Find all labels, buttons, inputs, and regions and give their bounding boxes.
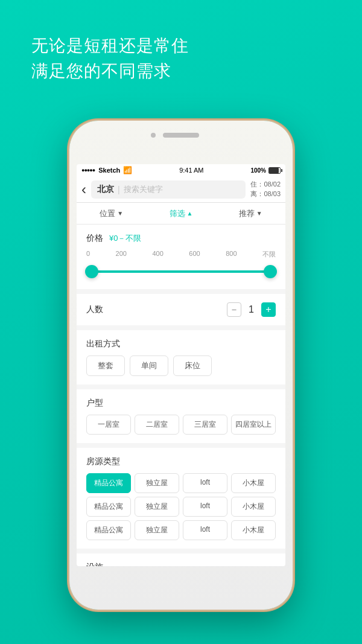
rental-type-btn-group: 整套 单间 床位: [86, 355, 276, 376]
scale-max: 不限: [262, 250, 276, 259]
filter-recommend-arrow: ▼: [256, 210, 262, 217]
people-section: 人数 － 1 +: [77, 294, 285, 325]
slider-track: [86, 270, 276, 273]
room-type-option-1[interactable]: 二居室: [135, 415, 179, 435]
filter-recommend-label: 推荐: [239, 208, 255, 219]
filter-location-label: 位置: [100, 208, 115, 219]
status-time: 9:41 AM: [179, 167, 203, 174]
checkout-label: 离：08/03: [250, 190, 281, 199]
room-type-option-3[interactable]: 四居室以上: [231, 415, 276, 435]
price-label: 价格: [86, 233, 103, 244]
search-bar: ‹ 北京 | 搜索关键字 住：08/02 离：08/03: [77, 176, 285, 203]
phone-camera: [151, 133, 156, 138]
signal-dots: ●●●●●: [81, 167, 95, 173]
people-row: 人数 － 1 +: [86, 302, 276, 317]
back-button[interactable]: ‹: [81, 181, 86, 198]
room-source-label: 房源类型: [86, 456, 270, 467]
count-controls: － 1 +: [227, 302, 276, 317]
room-type-btn-group: 一居室 二居室 三居室 四居室以上: [86, 415, 276, 435]
scale-200: 200: [116, 250, 127, 259]
status-right: 100%: [250, 167, 281, 174]
scale-800: 800: [226, 250, 237, 259]
room-type-section: 户型 一居室 二居室 三居室 四居室以上: [77, 389, 285, 443]
main-content: 价格 ¥0－不限 0 200 400 600 800 不限: [77, 225, 285, 566]
rental-option-2[interactable]: 床位: [173, 355, 212, 376]
room-source-btn-0-0[interactable]: 精品公寓: [86, 473, 131, 493]
price-section: 价格 ¥0－不限 0 200 400 600 800 不限: [77, 225, 285, 289]
scale-0: 0: [86, 250, 90, 259]
price-header: 价格 ¥0－不限: [86, 233, 276, 244]
filter-location[interactable]: 位置 ▼: [100, 208, 123, 219]
battery-percent: 100%: [250, 167, 266, 174]
room-source-btn-1-0[interactable]: 精品公寓: [86, 497, 131, 517]
facilities-label: 设施: [86, 562, 276, 566]
filter-bar: 位置 ▼ 筛选 ▲ 推荐 ▼: [77, 203, 285, 225]
checkin-label: 住：08/02: [250, 180, 281, 189]
scale-600: 600: [189, 250, 200, 259]
search-city: 北京: [97, 184, 114, 195]
status-left: ●●●●● Sketch 📶: [81, 166, 132, 174]
room-source-btn-0-2[interactable]: loft: [183, 473, 227, 493]
minus-button[interactable]: －: [227, 302, 241, 317]
filter-screen[interactable]: 筛选 ▲: [170, 208, 193, 219]
plus-button[interactable]: +: [261, 302, 276, 317]
room-source-btn-1-3[interactable]: 小木屋: [231, 497, 276, 517]
room-type-option-0[interactable]: 一居室: [86, 415, 131, 435]
wifi-icon: 📶: [123, 166, 132, 174]
rental-option-0[interactable]: 整套: [86, 355, 125, 376]
phone-shell: ●●●●● Sketch 📶 9:41 AM 100% ‹ 北京 | 搜索关键字…: [69, 121, 293, 610]
count-value: 1: [249, 304, 254, 315]
room-source-btn-0-3[interactable]: 小木屋: [231, 473, 276, 493]
headline-line2: 满足您的不同需求: [31, 59, 189, 84]
phone-screen: ●●●●● Sketch 📶 9:41 AM 100% ‹ 北京 | 搜索关键字…: [77, 164, 285, 566]
battery-fill: [269, 168, 279, 173]
room-source-btn-1-1[interactable]: 独立屋: [135, 497, 179, 517]
slider-thumb-left[interactable]: [85, 265, 98, 278]
room-source-btn-2-3[interactable]: 小木屋: [231, 520, 276, 540]
filter-location-arrow: ▼: [117, 210, 123, 217]
battery-icon: [268, 167, 281, 174]
filter-screen-label: 筛选: [170, 208, 185, 219]
headline-text: 无论是短租还是常住 满足您的不同需求: [31, 33, 189, 84]
room-source-btn-2-0[interactable]: 精品公寓: [86, 520, 131, 540]
slider-thumb-right[interactable]: [264, 265, 277, 278]
search-placeholder: 搜索关键字: [124, 184, 163, 195]
rental-type-section: 出租方式 整套 单间 床位: [77, 330, 285, 384]
search-divider: |: [118, 185, 120, 194]
room-source-btn-1-2[interactable]: loft: [183, 497, 227, 517]
filter-recommend[interactable]: 推荐 ▼: [239, 208, 262, 219]
carrier-label: Sketch: [98, 167, 120, 174]
room-source-btn-0-1[interactable]: 独立屋: [135, 473, 179, 493]
room-source-btn-2-1[interactable]: 独立屋: [135, 520, 179, 540]
room-source-row-3: 精品公寓 独立屋 loft 小木屋: [86, 520, 276, 540]
price-scale: 0 200 400 600 800 不限: [86, 250, 276, 259]
room-type-option-2[interactable]: 三居室: [183, 415, 227, 435]
room-source-row-1: 精品公寓 独立屋 loft 小木屋: [86, 473, 276, 493]
room-source-btn-2-2[interactable]: loft: [183, 520, 227, 540]
phone-speaker: [163, 133, 199, 138]
status-bar: ●●●●● Sketch 📶 9:41 AM 100%: [77, 164, 285, 176]
price-range-text: ¥0－不限: [109, 233, 141, 244]
rental-option-1[interactable]: 单间: [130, 355, 168, 376]
phone-top-bar: [69, 133, 293, 138]
facilities-section: 设施 📺 电视 ❄️ 空调 🚿 热水 🌐: [77, 553, 285, 566]
room-source-section: 房源类型 精品公寓 独立屋 loft 小木屋 精品公寓 独立屋 loft 小木屋: [77, 448, 285, 549]
search-input-area[interactable]: 北京 | 搜索关键字: [91, 180, 246, 199]
headline-line1: 无论是短租还是常住: [31, 33, 189, 59]
filter-screen-arrow: ▲: [187, 210, 193, 217]
price-slider[interactable]: [86, 263, 276, 281]
search-dates: 住：08/02 离：08/03: [250, 180, 281, 199]
scale-400: 400: [152, 250, 163, 259]
rental-type-label: 出租方式: [86, 339, 270, 349]
room-source-row-2: 精品公寓 独立屋 loft 小木屋: [86, 497, 276, 517]
people-label: 人数: [86, 304, 103, 315]
room-type-label: 户型: [86, 398, 270, 409]
